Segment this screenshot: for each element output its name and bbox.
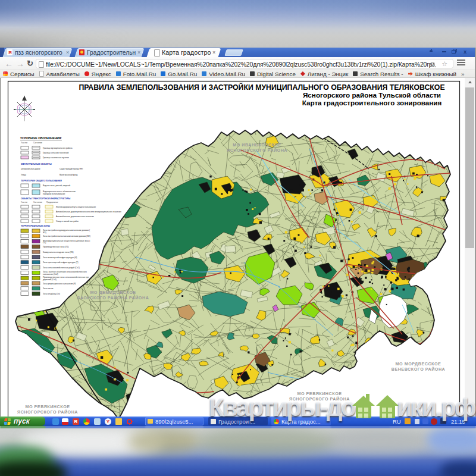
- svg-text:ТЕРРИТОРИИ ОБЩЕГО ПОЛЬЗОВАНИЯ: ТЕРРИТОРИИ ОБЩЕГО ПОЛЬЗОВАНИЯ: [21, 180, 62, 182]
- svg-text:Коммунально-складские зоны (П2: Коммунально-складские зоны (П2): [43, 251, 74, 253]
- svg-text:Участки: Участки: [21, 201, 27, 203]
- svg-text:Производственные зоны (П1): Производственные зоны (П1): [43, 246, 69, 248]
- svg-text:Магистральный фонд: Магистральный фонд: [60, 174, 78, 176]
- svg-text:МО ДЕМИДОВСКОЕ: МО ДЕМИДОВСКОЕ: [90, 290, 136, 295]
- svg-text:МО РЕВЯКИНСКОЕ: МО РЕВЯКИНСКОЕ: [297, 391, 342, 396]
- svg-text:Многофункциональные общественн: Многофункциональные общественно-деловые …: [43, 240, 90, 242]
- svg-text:Железнодорожный путь общего по: Железнодорожный путь общего пользования: [56, 206, 96, 208]
- svg-text:автомобильные дороги: автомобильные дороги: [21, 168, 40, 170]
- svg-text:МО МОРДВЕССКОЕ: МО МОРДВЕССКОЕ: [396, 361, 441, 367]
- svg-text:Состояние: Состояние: [33, 142, 42, 144]
- svg-text:Зоны транспортной инфраструкту: Зоны транспортной инфраструктуры (Т): [43, 261, 78, 264]
- svg-text:Автомобильные дороги региональ: Автомобильные дороги регионального или м…: [56, 211, 121, 213]
- svg-text:Границы муниципального района: Границы муниципального района: [43, 147, 73, 149]
- svg-text:Зоны кладбищ (Сп): Зоны кладбищ (Сп): [43, 293, 60, 295]
- svg-text:Границы населенных пунктов: Границы населенных пунктов: [43, 156, 69, 159]
- svg-text:Зоны застройки индивидуальными: Зоны застройки индивидуальными жилыми до…: [43, 229, 90, 231]
- svg-text:Состояние: Состояние: [33, 201, 42, 203]
- svg-text:ЯСНОГОРСКОГО РАЙОНА: ЯСНОГОРСКОГО РАЙОНА: [289, 396, 350, 402]
- svg-text:МО РЕВЯКИНСКОЕ: МО РЕВЯКИНСКОЕ: [25, 404, 70, 409]
- svg-text:Улицы: Улицы: [21, 174, 26, 176]
- svg-text:Придорожные: Придорожные: [46, 201, 58, 203]
- svg-text:порядком использования: порядком использования: [43, 193, 65, 195]
- svg-text:ВЕНЕВСКОГО РАЙОНА: ВЕНЕВСКОГО РАЙОНА: [392, 367, 446, 372]
- svg-text:Участки: Участки: [21, 142, 27, 144]
- svg-text:Автомобильные дороги местного: Автомобильные дороги местного значения: [56, 215, 94, 218]
- svg-text:Зоны застройки малоэтажными жи: Зоны застройки малоэтажными жилыми домам…: [43, 235, 90, 237]
- svg-text:ЗАОКСКОГО РАЙОНА РАЙОНА: ЗАОКСКОГО РАЙОНА РАЙОНА: [77, 295, 149, 300]
- svg-text:Карта градостроительного зонир: Карта градостроительного зонирования: [302, 99, 442, 107]
- svg-text:ТЕРРИТОРИАЛЬНЫЕ ЗОНЫ: ТЕРРИТОРИАЛЬНЫЕ ЗОНЫ: [21, 225, 50, 227]
- svg-text:Границы сельских поселений: Границы сельских поселений: [43, 152, 69, 154]
- svg-text:Улицы в жилой застройке: Улицы в жилой застройке: [56, 220, 79, 223]
- svg-text:МО ИВАНЬКОВСКОЕ: МО ИВАНЬКОВСКОЕ: [233, 142, 281, 148]
- svg-text:Существующий проезд ТЯП: Существующий проезд ТЯП: [60, 168, 83, 170]
- svg-text:Зоны инженерной инфраструктуры: Зоны инженерной инфраструктуры (И): [43, 256, 77, 259]
- svg-text:Ж1): Ж1): [43, 231, 46, 234]
- svg-text:О1): О1): [43, 242, 46, 244]
- svg-text:Водные зоны, речной, озерный: Водные зоны, речной, озерный: [43, 184, 70, 187]
- svg-text:Зоны сельскохозяйственных угод: Зоны сельскохозяйственных угодий (Сх1): [43, 267, 80, 269]
- svg-text:Ясногорского района Тульской о: Ясногорского района Тульской области: [303, 91, 441, 99]
- svg-text:ЯСНОГОРСКОГО РАЙОНА: ЯСНОГОРСКОГО РАЙОНА: [227, 148, 287, 153]
- svg-text:Зоны рекреационного назначения: Зоны рекреационного назначения (Р): [43, 283, 76, 285]
- svg-text:ПРАВИЛА ЗЕМЛЕПОЛЬЗОВАНИЯ И ЗАС: ПРАВИЛА ЗЕМЛЕПОЛЬЗОВАНИЯ И ЗАСТРОЙКИ МУН…: [79, 83, 444, 92]
- svg-text:дприятий (СхЗ): дприятий (СхЗ): [43, 278, 57, 281]
- svg-text:УСЛОВНЫЕ ОБОЗНАЧЕНИЯ:: УСЛОВНЫЕ ОБОЗНАЧЕНИЯ:: [20, 137, 62, 140]
- svg-text:ЯСНОГОРСКОГО РАЙОНА: ЯСНОГОРСКОГО РАЙОНА: [17, 409, 78, 415]
- svg-text:МАГИСТРАЛЬНЫЕ ОБЪЕКТЫ: МАГИСТРАЛЬНЫЕ ОБЪЕКТЫ: [21, 163, 52, 165]
- svg-text:назначения (Сх2): назначения (Сх2): [43, 273, 58, 275]
- svg-text:ОБЪЕКТЫ ТРАНСПОРТНОЙ ИНФРАСТРУ: ОБЪЕКТЫ ТРАНСПОРТНОЙ ИНФРАСТРУКТУРЫ: [21, 198, 71, 200]
- svg-text:Зоны лесов: Зоны лесов: [43, 287, 54, 290]
